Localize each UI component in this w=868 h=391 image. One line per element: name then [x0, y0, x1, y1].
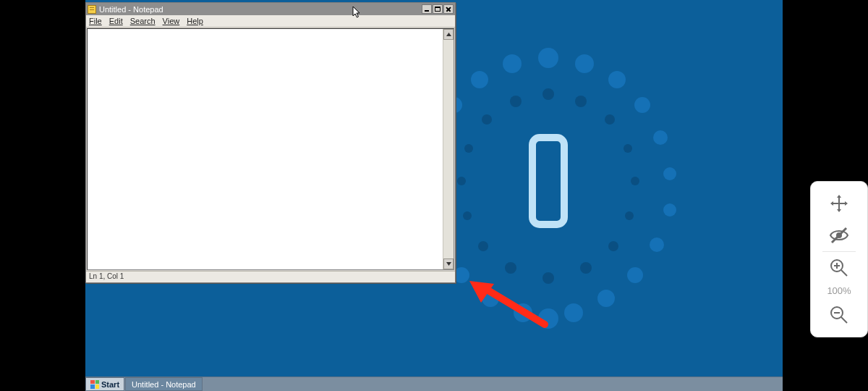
svg-point-18	[482, 290, 499, 307]
viewer-toolbar: 100%	[810, 181, 868, 337]
svg-point-20	[514, 303, 532, 322]
svg-marker-39	[446, 33, 451, 36]
svg-point-36	[505, 262, 516, 274]
notepad-icon	[88, 5, 96, 14]
notepad-window[interactable]: Untitled - Notepad File Edit Search View…	[85, 2, 456, 283]
move-tool-button[interactable]	[811, 188, 867, 219]
svg-point-27	[624, 144, 632, 153]
svg-point-23	[575, 96, 587, 107]
menu-view[interactable]: View	[163, 17, 180, 25]
svg-marker-40	[446, 262, 451, 266]
status-position: Ln 1, Col 1	[89, 272, 124, 280]
scroll-down-button[interactable]	[443, 258, 454, 269]
svg-point-24	[510, 96, 522, 107]
statusbar: Ln 1, Col 1	[86, 271, 455, 282]
taskbar-app-notepad[interactable]: Untitled - Notepad	[125, 377, 203, 391]
eye-slash-icon	[828, 224, 850, 246]
zoom-level-label: 100%	[827, 284, 851, 299]
text-editor[interactable]	[88, 29, 443, 269]
svg-point-15	[627, 267, 643, 283]
notepad-titlebar[interactable]: Untitled - Notepad	[86, 3, 455, 15]
minimize-button[interactable]	[422, 4, 432, 14]
svg-point-3	[608, 71, 626, 88]
svg-point-5	[634, 97, 650, 113]
menubar: File Edit Search View Help	[86, 15, 455, 28]
svg-point-31	[625, 211, 634, 220]
svg-point-26	[482, 114, 492, 125]
svg-point-30	[457, 177, 466, 185]
svg-point-22	[542, 88, 554, 100]
svg-point-21	[538, 308, 558, 329]
svg-point-17	[597, 290, 615, 307]
svg-point-37	[542, 272, 554, 284]
svg-point-19	[564, 303, 583, 322]
menu-edit[interactable]: Edit	[109, 17, 123, 25]
menu-file[interactable]: File	[89, 17, 102, 25]
windows-logo-icon	[90, 380, 99, 389]
menu-search[interactable]: Search	[130, 17, 156, 25]
screen: Untitled - Notepad File Edit Search View…	[0, 0, 868, 391]
svg-point-32	[463, 211, 472, 220]
start-label: Start	[101, 380, 119, 389]
svg-marker-42	[469, 281, 494, 303]
svg-point-1	[575, 54, 594, 73]
svg-point-25	[605, 114, 615, 125]
svg-point-16	[454, 267, 469, 283]
move-icon	[828, 193, 850, 214]
menu-help[interactable]: Help	[187, 17, 203, 25]
zoom-in-button[interactable]	[811, 252, 867, 284]
svg-line-41	[487, 290, 545, 324]
svg-point-29	[631, 177, 639, 185]
zoom-out-button[interactable]	[811, 299, 867, 331]
svg-point-0	[538, 48, 558, 68]
svg-line-52	[841, 317, 847, 323]
zoom-out-icon	[828, 304, 850, 326]
svg-point-11	[663, 203, 676, 216]
svg-point-28	[464, 144, 473, 153]
scrollbar-vertical[interactable]	[443, 29, 454, 269]
svg-point-33	[608, 241, 618, 251]
svg-rect-38	[532, 138, 564, 224]
svg-point-9	[663, 167, 676, 180]
close-button[interactable]	[443, 4, 454, 14]
taskbar-app-label: Untitled - Notepad	[132, 380, 196, 389]
scroll-up-button[interactable]	[443, 29, 454, 40]
svg-point-7	[653, 130, 668, 145]
maximize-button[interactable]	[433, 4, 443, 14]
zoom-in-icon	[828, 257, 850, 279]
svg-line-48	[841, 270, 847, 276]
svg-point-34	[478, 241, 488, 251]
editor-area	[87, 28, 454, 270]
window-title: Untitled - Notepad	[99, 5, 419, 14]
svg-point-35	[580, 262, 592, 274]
svg-point-13	[650, 237, 664, 252]
taskbar: Start Untitled - Notepad	[85, 377, 783, 391]
visibility-toggle-button[interactable]	[811, 219, 867, 251]
start-button[interactable]: Start	[85, 377, 124, 391]
annotation-arrow-icon	[465, 281, 552, 332]
desktop[interactable]: Untitled - Notepad File Edit Search View…	[85, 0, 783, 391]
svg-point-2	[503, 54, 522, 73]
svg-point-4	[471, 71, 488, 88]
